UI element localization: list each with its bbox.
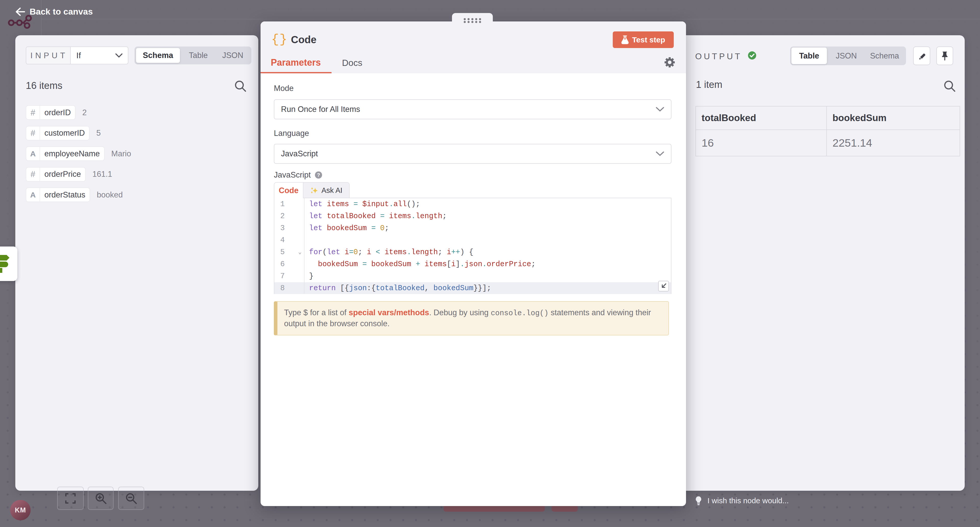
svg-text:?: ?	[317, 172, 320, 178]
